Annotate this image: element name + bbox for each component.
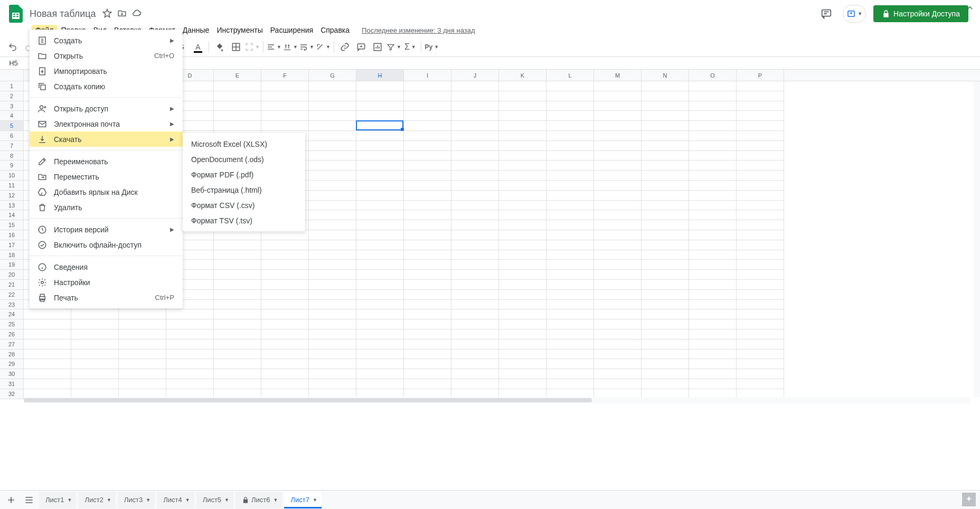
cell[interactable] — [546, 210, 594, 220]
cell[interactable] — [404, 260, 451, 270]
cell[interactable] — [356, 81, 404, 91]
cell[interactable] — [737, 240, 784, 250]
cell[interactable] — [642, 250, 689, 260]
cell[interactable] — [451, 181, 499, 191]
move-icon[interactable] — [117, 8, 127, 20]
cell[interactable] — [499, 270, 546, 280]
cell[interactable] — [309, 340, 356, 350]
cell[interactable] — [451, 191, 499, 201]
cell[interactable] — [546, 359, 594, 369]
cell[interactable] — [214, 290, 261, 300]
cell[interactable] — [451, 91, 499, 101]
cell[interactable] — [546, 220, 594, 230]
cloud-icon[interactable] — [132, 8, 142, 20]
cell[interactable] — [166, 369, 214, 379]
python-button[interactable]: Py▼ — [425, 40, 439, 54]
cell[interactable] — [594, 379, 642, 389]
cell[interactable] — [309, 250, 356, 260]
cell[interactable] — [594, 201, 642, 211]
download-xlsx[interactable]: Microsoft Excel (XLSX) — [183, 136, 305, 152]
cell[interactable] — [642, 329, 689, 340]
cell[interactable] — [166, 379, 214, 389]
cell[interactable] — [261, 111, 309, 121]
cell[interactable] — [309, 240, 356, 250]
row-header[interactable]: 22 — [0, 290, 24, 300]
cell[interactable] — [119, 340, 166, 350]
cell[interactable] — [499, 101, 546, 111]
cell[interactable] — [594, 210, 642, 220]
row-header[interactable]: 13 — [0, 201, 24, 211]
cell[interactable] — [261, 101, 309, 111]
cell[interactable] — [356, 230, 404, 240]
row-header[interactable]: 27 — [0, 340, 24, 350]
cell[interactable] — [261, 81, 309, 91]
cell[interactable] — [499, 171, 546, 181]
cell[interactable] — [499, 309, 546, 319]
cell[interactable] — [451, 210, 499, 220]
cell[interactable] — [356, 359, 404, 369]
cell[interactable] — [261, 309, 309, 319]
cell[interactable] — [642, 359, 689, 369]
cell[interactable] — [404, 270, 451, 280]
cell[interactable] — [451, 131, 499, 141]
cell[interactable] — [119, 369, 166, 379]
cell[interactable] — [404, 171, 451, 181]
cell[interactable] — [594, 161, 642, 171]
cell[interactable] — [451, 300, 499, 310]
cell[interactable] — [356, 290, 404, 300]
download-html[interactable]: Веб-страница (.html) — [183, 182, 305, 197]
cell[interactable] — [737, 191, 784, 201]
cell[interactable] — [737, 340, 784, 350]
menu-item-details[interactable]: Сведения — [30, 259, 183, 275]
cell[interactable] — [214, 111, 261, 121]
row-header[interactable]: 2 — [0, 91, 24, 101]
cell[interactable] — [642, 340, 689, 350]
cell[interactable] — [356, 300, 404, 310]
cell[interactable] — [214, 240, 261, 250]
cell[interactable] — [309, 260, 356, 270]
cell[interactable] — [356, 161, 404, 171]
cell[interactable] — [71, 340, 119, 350]
cell[interactable] — [404, 309, 451, 319]
cell[interactable] — [499, 210, 546, 220]
cell[interactable] — [642, 220, 689, 230]
cell[interactable] — [261, 329, 309, 340]
cell[interactable] — [214, 101, 261, 111]
cell[interactable] — [356, 280, 404, 290]
cell[interactable] — [356, 350, 404, 360]
cell[interactable] — [642, 81, 689, 91]
column-header[interactable]: L — [546, 70, 594, 81]
row-header[interactable]: 25 — [0, 319, 24, 329]
cell[interactable] — [546, 230, 594, 240]
cell[interactable] — [309, 230, 356, 240]
cell[interactable] — [404, 181, 451, 191]
cell[interactable] — [689, 191, 737, 201]
cell[interactable] — [594, 350, 642, 360]
cell[interactable] — [404, 191, 451, 201]
cell[interactable] — [451, 81, 499, 91]
cell[interactable] — [642, 309, 689, 319]
cell[interactable] — [689, 181, 737, 191]
cell[interactable] — [689, 379, 737, 389]
vertical-scrollbar[interactable] — [974, 81, 980, 397]
cell[interactable] — [737, 329, 784, 340]
cell[interactable] — [404, 230, 451, 240]
cell[interactable] — [356, 220, 404, 230]
cell[interactable] — [689, 359, 737, 369]
cell[interactable] — [499, 181, 546, 191]
column-header[interactable]: E — [214, 70, 261, 81]
menu-item-move[interactable]: Переместить — [30, 169, 183, 184]
cell[interactable] — [499, 141, 546, 151]
cell[interactable] — [404, 250, 451, 260]
row-header[interactable]: 14 — [0, 210, 24, 220]
cell[interactable] — [594, 220, 642, 230]
cell[interactable] — [214, 270, 261, 280]
cell[interactable] — [24, 350, 71, 360]
cell[interactable] — [404, 329, 451, 340]
menu-tools[interactable]: Инструменты — [213, 25, 266, 35]
cell[interactable] — [166, 329, 214, 340]
cell[interactable] — [451, 369, 499, 379]
cell[interactable] — [737, 111, 784, 121]
cell[interactable] — [71, 309, 119, 319]
menu-extensions[interactable]: Расширения — [267, 25, 317, 35]
